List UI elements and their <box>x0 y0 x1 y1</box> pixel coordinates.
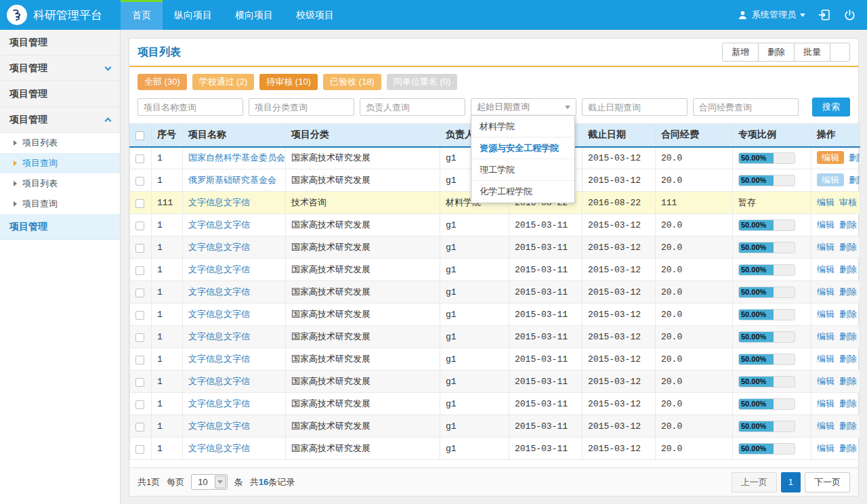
power-icon[interactable] <box>843 9 856 22</box>
edit-action[interactable]: 编辑 <box>817 376 834 386</box>
edit-action[interactable]: 编辑 <box>817 287 834 297</box>
filter-chip[interactable]: 已验收 (18) <box>323 74 381 90</box>
filter-chip[interactable]: 全部 (30) <box>138 74 187 90</box>
project-name-link[interactable]: 文字信息文字信 <box>188 287 250 297</box>
search-field[interactable] <box>138 98 243 116</box>
project-name-link[interactable]: 文字信息文字信 <box>188 197 250 207</box>
edit-action[interactable]: 编辑 <box>817 331 834 341</box>
cell-actions: 编辑删除 <box>811 438 860 460</box>
prev-page-button[interactable]: 上一页 <box>732 472 777 492</box>
search-field[interactable] <box>360 98 465 116</box>
nav-tab[interactable]: 横向项目 <box>224 0 284 30</box>
page-size-caret[interactable] <box>215 476 226 488</box>
sidebar-item[interactable]: 项目查询 <box>0 194 120 214</box>
search-field[interactable] <box>693 98 799 116</box>
search-field[interactable] <box>249 98 354 116</box>
edit-action[interactable]: 编辑 <box>817 398 834 408</box>
dropdown-option[interactable]: 理工学院 <box>471 159 574 181</box>
delete-action[interactable]: 删除 <box>839 376 857 386</box>
project-name-link[interactable]: 文字信息文字信 <box>188 242 250 252</box>
delete-action[interactable]: 删除 <box>839 264 857 274</box>
delete-action[interactable]: 删除 <box>839 287 857 297</box>
project-name-link[interactable]: 文字信息文字信 <box>188 264 250 274</box>
row-checkbox[interactable] <box>135 199 144 208</box>
row-checkbox[interactable] <box>135 356 144 364</box>
delete-action[interactable]: 删除 <box>839 331 857 341</box>
project-name-link[interactable]: 文字信息文字信 <box>188 219 250 230</box>
sidebar-group[interactable]: 项目管理 <box>0 81 120 107</box>
sidebar-group[interactable]: 项目管理 <box>0 30 120 56</box>
row-checkbox[interactable] <box>135 266 144 275</box>
dropdown-option[interactable]: 材料学院 <box>471 116 574 138</box>
row-checkbox[interactable] <box>135 289 144 297</box>
row-checkbox[interactable] <box>135 154 144 163</box>
project-name-link[interactable]: 俄罗斯基础研究基金会 <box>188 175 276 185</box>
edit-action[interactable]: 编辑 <box>817 242 834 252</box>
delete-action[interactable]: 删除 <box>839 421 857 431</box>
edit-action[interactable]: 编辑 <box>817 264 834 274</box>
nav-tab[interactable]: 校级项目 <box>284 0 345 30</box>
delete-button[interactable]: 删除 <box>758 43 795 62</box>
nav-tab[interactable]: 纵向项目 <box>163 0 224 30</box>
select-all-checkbox[interactable] <box>135 131 144 140</box>
row-checkbox[interactable] <box>135 378 144 387</box>
row-checkbox[interactable] <box>135 222 144 230</box>
project-name-link[interactable]: 文字信息文字信 <box>188 443 250 453</box>
filter-chip[interactable]: 同单位重名 (0) <box>387 74 458 90</box>
delete-action[interactable]: 删除 <box>839 242 857 252</box>
project-name-link[interactable]: 文字信息文字信 <box>188 376 250 386</box>
page-size-select[interactable]: 10 <box>191 474 227 490</box>
search-field[interactable] <box>582 98 688 116</box>
sidebar-item[interactable]: 项目列表 <box>0 133 120 153</box>
edit-action[interactable]: 编辑 <box>817 197 834 207</box>
dropdown-option[interactable]: 资源与安全工程学院 <box>471 138 574 159</box>
sidebar-item[interactable]: 项目查询 <box>0 153 120 173</box>
edit-action[interactable]: 编辑 <box>817 443 834 453</box>
delete-action[interactable]: 删除 <box>849 175 860 185</box>
search-button[interactable]: 搜索 <box>812 98 850 117</box>
sidebar-group[interactable]: 项目管理 <box>0 214 120 240</box>
next-page-button[interactable]: 下一页 <box>805 472 850 492</box>
row-checkbox[interactable] <box>135 423 144 432</box>
project-name-link[interactable]: 文字信息文字信 <box>188 331 250 341</box>
current-page-button[interactable]: 1 <box>781 472 801 492</box>
edit-action[interactable]: 编辑 <box>817 219 834 230</box>
project-name-link[interactable]: 文字信息文字信 <box>188 354 250 364</box>
edit-action[interactable]: 编辑 <box>817 309 834 319</box>
sidebar-group[interactable]: 项目管理 <box>0 56 120 81</box>
row-checkbox[interactable] <box>135 177 144 186</box>
row-checkbox[interactable] <box>135 445 144 454</box>
delete-action[interactable]: 删除 <box>839 443 857 453</box>
project-name-link[interactable]: 国家自然科学基金委员会 <box>188 152 285 163</box>
review-action[interactable]: 审核 <box>839 197 857 207</box>
delete-action[interactable]: 删除 <box>839 398 857 408</box>
row-checkbox[interactable] <box>135 400 144 409</box>
expand-button[interactable] <box>830 43 850 62</box>
nav-tab-label: 横向项目 <box>235 9 273 20</box>
delete-action[interactable]: 删除 <box>839 219 857 230</box>
start-date-select[interactable]: 起始日期查询 <box>471 98 576 116</box>
edit-action[interactable]: 编辑 <box>817 421 834 431</box>
delete-action[interactable]: 删除 <box>839 354 857 364</box>
batch-button[interactable]: 批量 <box>794 43 830 62</box>
project-name-link[interactable]: 文字信息文字信 <box>188 421 250 431</box>
row-checkbox[interactable] <box>135 311 144 320</box>
filter-chip[interactable]: 学校通过 (2) <box>192 74 255 90</box>
project-name-link[interactable]: 文字信息文字信 <box>188 398 250 408</box>
sidebar-item[interactable]: 项目列表 <box>0 173 120 194</box>
dropdown-option[interactable]: 化学工程学院 <box>471 181 574 203</box>
row-checkbox[interactable] <box>135 244 144 253</box>
edit-action[interactable]: 编辑 <box>817 151 844 164</box>
row-checkbox[interactable] <box>135 333 144 342</box>
project-name-link[interactable]: 文字信息文字信 <box>188 309 250 319</box>
sidebar-group[interactable]: 项目管理 <box>0 107 120 133</box>
nav-tab[interactable]: 首页 <box>121 0 163 30</box>
switch-account-icon[interactable] <box>818 8 831 22</box>
delete-action[interactable]: 删除 <box>849 152 860 163</box>
filter-chip[interactable]: 待审核 (10) <box>259 74 318 90</box>
user-menu[interactable]: 系统管理员 <box>738 9 805 21</box>
delete-action[interactable]: 删除 <box>839 309 857 319</box>
add-button[interactable]: 新增 <box>722 43 759 62</box>
edit-action[interactable]: 编辑 <box>817 354 834 364</box>
edit-action[interactable]: 编辑 <box>817 173 844 186</box>
